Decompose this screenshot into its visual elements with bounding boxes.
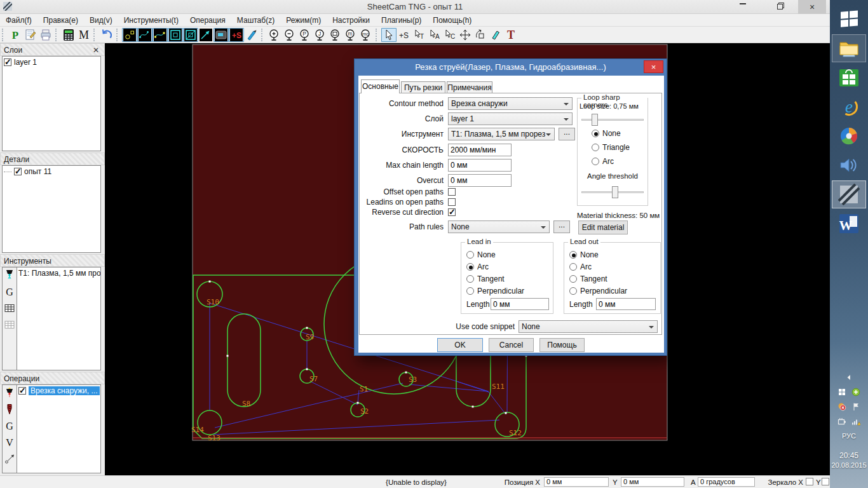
tool-more-button[interactable]: ...: [559, 128, 575, 140]
menu-item-9[interactable]: Плагины(p): [376, 14, 427, 27]
use-code-snippet-combobox[interactable]: None: [519, 320, 658, 333]
show-points-button[interactable]: [122, 28, 137, 42]
taskbar-store-button[interactable]: [832, 64, 866, 92]
battery-icon[interactable]: [837, 417, 846, 426]
line-arrow-icon[interactable]: [4, 453, 15, 466]
edit-material-button[interactable]: Edit material: [578, 220, 628, 234]
help-button[interactable]: Помощь: [539, 338, 585, 352]
zoom-job-button[interactable]: J: [313, 28, 328, 42]
tool-combobox[interactable]: T1: Плазма, 1,5 мм прорез: [448, 128, 555, 140]
windows-small-icon[interactable]: [837, 388, 846, 396]
post-process-button[interactable]: P: [8, 28, 23, 42]
menu-item-5[interactable]: Операция: [184, 14, 231, 27]
drill-icon[interactable]: [4, 403, 15, 417]
material-button[interactable]: M: [76, 28, 92, 42]
snap-s-button[interactable]: +S: [397, 28, 412, 42]
ok-button[interactable]: OK: [437, 338, 483, 352]
zoom-part-button[interactable]: P: [297, 28, 313, 42]
zoom-in-button[interactable]: [267, 28, 282, 42]
menu-item-7[interactable]: Режим(m): [280, 14, 327, 27]
lead-in-none-radio[interactable]: None: [466, 250, 496, 259]
reverse-cut-checkbox[interactable]: [448, 208, 456, 216]
zoom-sheet-button[interactable]: [328, 28, 343, 42]
overcut-input[interactable]: [448, 174, 512, 187]
lead-in-arc-radio[interactable]: Arc: [466, 262, 489, 271]
restore-button[interactable]: [769, 0, 790, 14]
angle-threshold-slider[interactable]: [581, 186, 644, 198]
show-arrow-button[interactable]: [198, 28, 214, 42]
taskbar-sheetcam-button[interactable]: [832, 180, 866, 208]
torch2-icon[interactable]: [4, 387, 15, 400]
menu-item-1[interactable]: Файл(f): [0, 14, 37, 27]
grid-icon[interactable]: [4, 302, 15, 316]
cursor-a-button[interactable]: A: [427, 28, 442, 42]
lead-in-length-input[interactable]: [491, 298, 549, 310]
show-rapids-button[interactable]: [168, 28, 183, 42]
taskbar-volume-button[interactable]: [832, 151, 866, 179]
max-chain-input[interactable]: [448, 159, 512, 172]
zoom-mc-button[interactable]: mc: [358, 28, 374, 42]
taskbar-explorer-button[interactable]: [832, 34, 866, 62]
feed-rate-input[interactable]: [448, 144, 512, 156]
layer-list-item[interactable]: layer 1: [3, 57, 100, 68]
torch-icon[interactable]: [4, 269, 15, 283]
cursor-t-button[interactable]: T: [412, 28, 427, 42]
menu-item-8[interactable]: Настройки: [327, 14, 376, 27]
lead-in-perpendicular-radio[interactable]: Perpendicular: [466, 287, 524, 295]
language-indicator[interactable]: РУС: [830, 432, 868, 440]
print-button[interactable]: [38, 28, 53, 42]
v-tool-icon[interactable]: V: [4, 437, 15, 450]
text-tool-button[interactable]: T: [503, 28, 519, 42]
show-start-button[interactable]: +S: [229, 28, 244, 42]
rotate-part-button[interactable]: [473, 28, 488, 42]
select-cursor-button[interactable]: [381, 28, 397, 42]
tab-notes[interactable]: Примечания: [447, 81, 492, 93]
update-green-icon[interactable]: [851, 388, 860, 396]
cursor-c-button[interactable]: C: [442, 28, 458, 42]
grid-dim-icon[interactable]: [4, 319, 15, 332]
zoom-machine-button[interactable]: m: [343, 28, 358, 42]
loop-triangle-radio[interactable]: Triangle: [592, 143, 630, 152]
g-code-icon[interactable]: G: [4, 420, 15, 433]
show-kerf-button[interactable]: [183, 28, 198, 42]
zoom-out-button[interactable]: [282, 28, 297, 42]
layer-checkbox[interactable]: [4, 58, 11, 66]
lead-out-perpendicular-radio[interactable]: Perpendicular: [569, 287, 627, 295]
hidden-icons-arrow-icon[interactable]: [844, 373, 853, 382]
cancel-button[interactable]: Cancel: [489, 338, 534, 352]
loop-size-slider[interactable]: [581, 114, 644, 126]
menu-item-6[interactable]: Маштаб(z): [231, 14, 280, 27]
mirror-y-checkbox[interactable]: [822, 478, 829, 485]
clock-time[interactable]: 20:45: [830, 451, 868, 460]
mirror-x-checkbox[interactable]: [806, 478, 813, 485]
undo-button[interactable]: [99, 28, 114, 42]
path-rules-combobox[interactable]: None: [448, 220, 550, 233]
layers-panel-close-icon[interactable]: ✕: [93, 44, 99, 57]
g-code-icon[interactable]: G: [4, 286, 15, 299]
menu-item-2[interactable]: Правка(e): [37, 14, 84, 27]
part-list-item[interactable]: опыт 11: [3, 166, 100, 177]
tool-list-item[interactable]: T1: Плазма, 1,5 мм проре: [17, 268, 100, 279]
lead-out-length-input[interactable]: [596, 298, 656, 310]
clock-date[interactable]: 20.08.2015: [830, 461, 868, 469]
show-path-button[interactable]: [153, 28, 168, 42]
lead-out-none-radio[interactable]: None: [569, 250, 599, 259]
close-button[interactable]: ×: [798, 0, 826, 14]
minimize-button[interactable]: [732, 0, 754, 14]
action-flag-icon[interactable]: [851, 402, 860, 411]
menu-item-10[interactable]: Помощь(h): [427, 14, 477, 27]
taskbar-media-player-button[interactable]: [832, 122, 866, 150]
calculator-button[interactable]: [61, 28, 76, 42]
taskbar-internet-explorer-button[interactable]: e: [832, 93, 866, 121]
show-direction-button[interactable]: [137, 28, 153, 42]
offset-open-paths-checkbox[interactable]: [448, 188, 456, 196]
lead-in-tangent-radio[interactable]: Tangent: [466, 274, 505, 283]
contour-method-combobox[interactable]: Врезка снаружи: [448, 97, 573, 110]
path-rules-more-button[interactable]: ...: [553, 220, 570, 233]
taskbar-start-button[interactable]: [832, 3, 866, 33]
pen-button[interactable]: [244, 28, 259, 42]
loop-arc-radio[interactable]: Arc: [592, 157, 614, 166]
measure-button[interactable]: [488, 28, 503, 42]
menu-item-3[interactable]: Вид(v): [84, 14, 118, 27]
menu-item-4[interactable]: Инструменты(t): [118, 14, 184, 27]
